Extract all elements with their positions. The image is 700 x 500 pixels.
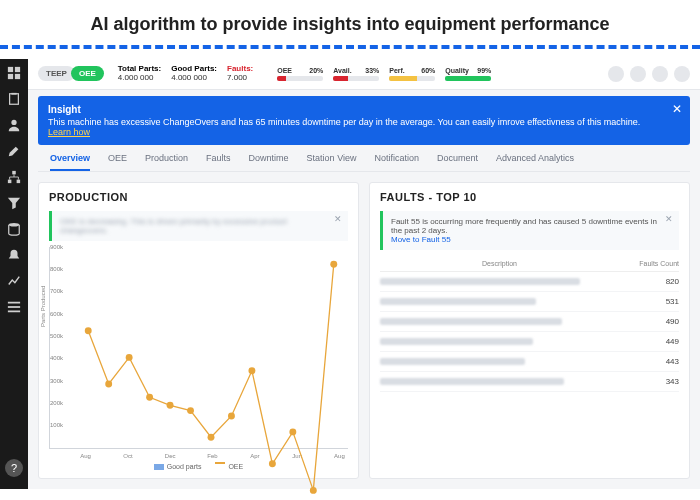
- sidebar-item-help[interactable]: ?: [5, 459, 23, 477]
- close-icon[interactable]: ✕: [672, 102, 682, 116]
- panel-production: PRODUCTION ✕ OEE is decreasing. This is …: [38, 182, 359, 479]
- tab-overview[interactable]: Overview: [50, 153, 90, 171]
- main-area: TEEP OEE Total Parts: 4.000 000 Good Par…: [28, 59, 700, 489]
- sidebar-item-clipboard[interactable]: [6, 91, 22, 107]
- production-chart: Parts Produced 100k200k300k400k500k600k7…: [39, 247, 358, 478]
- sidebar-item-dashboard[interactable]: [6, 65, 22, 81]
- bar-chart: Parts Produced 100k200k300k400k500k600k7…: [49, 247, 348, 449]
- sidebar-item-analytics[interactable]: [6, 273, 22, 289]
- chart-icon[interactable]: [630, 66, 646, 82]
- svg-rect-8: [8, 180, 12, 184]
- stat-faults: Faults: 7.000: [227, 65, 253, 83]
- panel-faults: FAULTS - TOP 10 ✕ Fault 55 is occurring …: [369, 182, 690, 479]
- svg-point-24: [289, 428, 296, 435]
- insight-title: Insight: [48, 104, 662, 115]
- table-row[interactable]: 820: [380, 272, 679, 292]
- svg-point-6: [11, 120, 16, 125]
- note-close-icon[interactable]: ✕: [334, 214, 342, 224]
- sidebar-item-alerts[interactable]: [6, 247, 22, 263]
- table-row[interactable]: 531: [380, 292, 679, 312]
- svg-point-16: [126, 354, 133, 361]
- svg-rect-3: [15, 74, 20, 79]
- topbar-actions: [608, 66, 690, 82]
- svg-rect-5: [11, 93, 16, 95]
- sidebar-item-list[interactable]: [6, 299, 22, 315]
- tab-advanced-analytics[interactable]: Advanced Analytics: [496, 153, 574, 171]
- info-icon[interactable]: [608, 66, 624, 82]
- faults-note: ✕ Fault 55 is occurring more frequently …: [380, 211, 679, 250]
- production-note: ✕ OEE is decreasing. This is driven prim…: [49, 211, 348, 241]
- svg-point-21: [228, 412, 235, 419]
- sidebar-item-database[interactable]: [6, 221, 22, 237]
- svg-rect-2: [8, 74, 13, 79]
- tabs: OverviewOEEProductionFaultsDowntimeStati…: [38, 145, 690, 172]
- svg-point-20: [208, 433, 215, 440]
- chart-legend: Good parts OEE: [49, 463, 348, 470]
- y-axis-label: Parts Produced: [40, 286, 46, 327]
- kpi-meter: Perf.60%: [389, 67, 435, 81]
- tab-downtime[interactable]: Downtime: [249, 153, 289, 171]
- svg-point-10: [9, 223, 20, 227]
- kpi-meters: OEE20%Avail.33%Perf.60%Quality99%: [277, 67, 491, 81]
- table-row[interactable]: 343: [380, 372, 679, 392]
- tab-document[interactable]: Document: [437, 153, 478, 171]
- table-row[interactable]: 449: [380, 332, 679, 352]
- learn-how-link[interactable]: Learn how: [48, 127, 90, 137]
- svg-rect-1: [15, 67, 20, 72]
- kpi-meter: Avail.33%: [333, 67, 379, 81]
- sidebar-item-hierarchy[interactable]: [6, 169, 22, 185]
- tab-faults[interactable]: Faults: [206, 153, 231, 171]
- kpi-meter: OEE20%: [277, 67, 323, 81]
- note-close-icon[interactable]: ✕: [665, 214, 673, 224]
- tab-oee[interactable]: OEE: [108, 153, 127, 171]
- settings-icon[interactable]: [674, 66, 690, 82]
- pill-oee[interactable]: OEE: [71, 66, 104, 81]
- faults-table: Description Faults Count 820531490449443…: [370, 256, 689, 478]
- faults-table-header: Description Faults Count: [380, 256, 679, 272]
- table-row[interactable]: 490: [380, 312, 679, 332]
- svg-rect-0: [8, 67, 13, 72]
- tab-station-view[interactable]: Station View: [307, 153, 357, 171]
- svg-point-17: [146, 393, 153, 400]
- dashboard-app: ? TEEP OEE Total Parts: 4.000 000 Good P…: [0, 59, 700, 489]
- svg-rect-11: [8, 302, 20, 304]
- stat-good-parts: Good Parts: 4.000 000: [171, 65, 217, 83]
- table-row[interactable]: 443: [380, 352, 679, 372]
- pill-teep[interactable]: TEEP: [38, 66, 75, 81]
- svg-point-14: [85, 327, 92, 334]
- svg-rect-13: [8, 311, 20, 313]
- sidebar-item-filter[interactable]: [6, 195, 22, 211]
- production-title: PRODUCTION: [39, 183, 358, 211]
- sidebar: ?: [0, 59, 28, 489]
- svg-point-26: [330, 260, 337, 267]
- faults-title: FAULTS - TOP 10: [370, 183, 689, 211]
- tab-production[interactable]: Production: [145, 153, 188, 171]
- stat-total-parts: Total Parts: 4.000 000: [118, 65, 161, 83]
- insight-banner: ✕ Insight This machine has excessive Cha…: [38, 96, 690, 145]
- content: PRODUCTION ✕ OEE is decreasing. This is …: [28, 172, 700, 489]
- svg-rect-4: [10, 94, 19, 105]
- move-to-fault-link[interactable]: Move to Fault 55: [391, 235, 451, 244]
- sidebar-item-brush[interactable]: [6, 143, 22, 159]
- svg-point-15: [105, 380, 112, 387]
- help-icon[interactable]: [652, 66, 668, 82]
- sidebar-item-users[interactable]: [6, 117, 22, 133]
- kpi-meter: Quality99%: [445, 67, 491, 81]
- svg-point-19: [187, 407, 194, 414]
- svg-rect-9: [17, 180, 21, 184]
- svg-point-22: [248, 367, 255, 374]
- mode-toggle[interactable]: TEEP OEE: [38, 66, 104, 81]
- tab-notification[interactable]: Notification: [374, 153, 419, 171]
- svg-point-25: [310, 487, 317, 494]
- svg-rect-7: [12, 171, 16, 175]
- headline-divider: [0, 45, 700, 49]
- svg-point-18: [167, 401, 174, 408]
- page-headline: AI algorithm to provide insights into eq…: [0, 0, 700, 45]
- insight-body: This machine has excessive ChangeOvers a…: [48, 117, 640, 127]
- parts-stats: Total Parts: 4.000 000 Good Parts: 4.000…: [118, 65, 253, 83]
- svg-rect-12: [8, 306, 20, 308]
- x-axis: AugOctDecFebAprJunAug: [49, 453, 348, 459]
- top-metrics-bar: TEEP OEE Total Parts: 4.000 000 Good Par…: [28, 59, 700, 90]
